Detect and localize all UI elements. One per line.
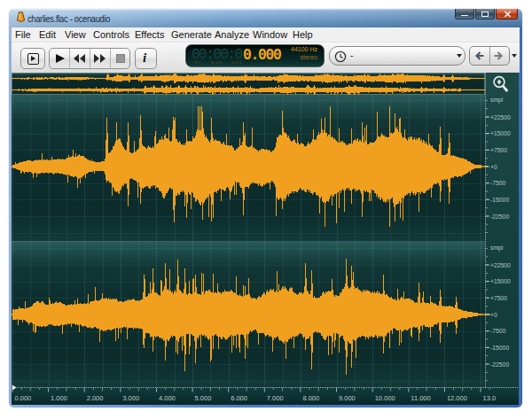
svg-text:10.000: 10.000 [375,394,395,402]
svg-text:+0: +0 [490,312,497,318]
svg-text:11.000: 11.000 [411,394,430,402]
svg-text:3.000: 3.000 [122,394,139,402]
svg-text:+7500: +7500 [490,147,507,153]
svg-text:5.000: 5.000 [195,394,212,402]
svg-text:+22500: +22500 [490,262,511,268]
svg-text:+15000: +15000 [490,278,511,284]
svg-text:+0: +0 [490,164,497,170]
svg-text:+7500: +7500 [490,295,507,301]
svg-text:-22500: -22500 [490,361,509,368]
svg-text:6.000: 6.000 [231,394,247,402]
svg-text:+22500: +22500 [490,114,511,120]
svg-text:-22500: -22500 [490,213,509,220]
svg-text:+15000: +15000 [490,130,511,136]
svg-text:9.000: 9.000 [339,394,356,402]
svg-text:smpl: smpl [490,244,504,252]
svg-text:2.000: 2.000 [87,394,104,402]
svg-text:12.000: 12.000 [447,394,467,402]
svg-text:-15000: -15000 [490,197,509,203]
svg-text:4.000: 4.000 [159,394,176,402]
svg-text:-15000: -15000 [490,345,509,351]
svg-text:-7500: -7500 [490,328,506,334]
svg-text:7.000: 7.000 [267,394,284,402]
svg-text:1.000: 1.000 [51,394,67,402]
svg-text:13.0: 13.0 [483,394,497,402]
svg-text:-7500: -7500 [490,180,506,186]
svg-text:smpl: smpl [490,97,504,104]
svg-text:0.000: 0.000 [15,394,32,402]
svg-text:8.000: 8.000 [302,394,319,402]
